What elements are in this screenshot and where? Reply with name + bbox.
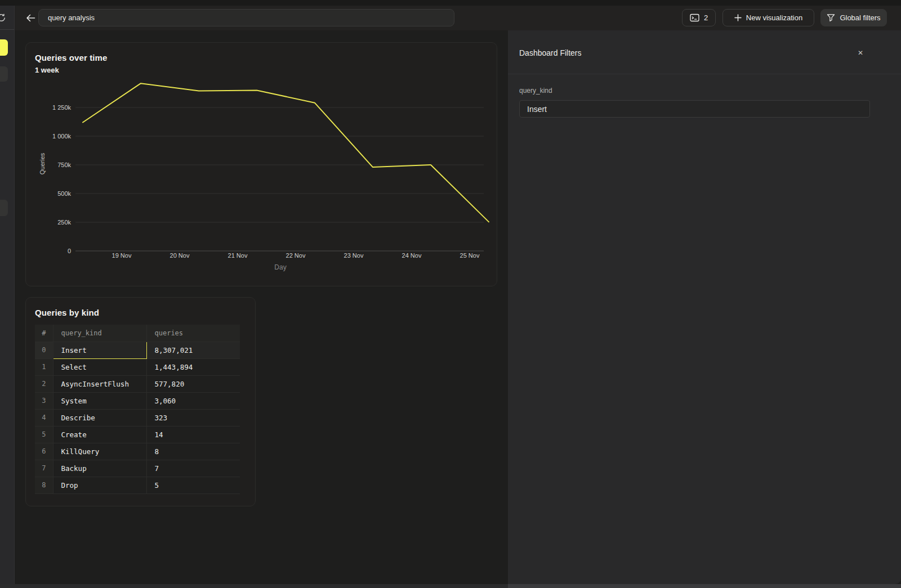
- cell-query-kind[interactable]: AsyncInsertFlush: [53, 375, 146, 392]
- row-index: 2: [35, 375, 53, 392]
- table-row[interactable]: 5Create14: [35, 426, 240, 443]
- cell-queries: 323: [146, 409, 240, 426]
- row-index: 5: [35, 426, 53, 443]
- console-icon: [690, 14, 699, 22]
- x-axis-title: Day: [274, 263, 286, 271]
- y-axis-tick-label: 500k: [57, 190, 71, 197]
- cell-query-kind[interactable]: System: [53, 392, 146, 409]
- cell-query-kind[interactable]: Drop: [53, 477, 146, 493]
- sidebar-item[interactable]: [0, 66, 8, 82]
- chart-card-queries-over-time[interactable]: Queries over time 1 week 0250k500k750k1 …: [25, 42, 497, 286]
- cell-query-kind[interactable]: KillQuery: [53, 443, 146, 460]
- chart-subtitle: 1 week: [35, 66, 59, 74]
- query-kind-filter-input[interactable]: Insert: [519, 100, 870, 118]
- x-axis-tick-label: 20 Nov: [170, 252, 190, 259]
- cell-queries: 14: [146, 426, 240, 443]
- chart-title: Queries over time: [35, 53, 107, 62]
- dashboard-title-value: query analysis: [48, 14, 95, 22]
- cell-query-kind[interactable]: Create: [53, 426, 146, 443]
- window-top-strip: [0, 0, 901, 6]
- dashboard-filters-panel: Dashboard Filters ✕ query_kind Insert: [508, 30, 901, 584]
- line-chart: 0250k500k750k1 000k1 250k19 Nov20 Nov21 …: [26, 77, 497, 286]
- arrow-left-icon: [26, 14, 35, 23]
- y-axis-title: Queries: [39, 152, 46, 174]
- close-icon[interactable]: ✕: [855, 47, 866, 59]
- column-header-index: #: [35, 325, 53, 342]
- y-axis-tick-label: 1 250k: [52, 104, 72, 111]
- row-index: 3: [35, 392, 53, 409]
- back-button[interactable]: [23, 11, 38, 25]
- cell-queries: 5: [146, 477, 240, 493]
- table-row[interactable]: 3System3,060: [35, 392, 240, 409]
- row-index: 8: [35, 477, 53, 493]
- filters-panel-title: Dashboard Filters: [519, 48, 582, 57]
- table-row[interactable]: 4Describe323: [35, 409, 240, 426]
- table-row[interactable]: 1Select1,443,894: [35, 358, 240, 375]
- y-axis-tick-label: 0: [68, 248, 71, 254]
- sidebar-item-active[interactable]: [0, 39, 8, 56]
- table-card-queries-by-kind[interactable]: Queries by kind # query_kind queries 0In…: [25, 297, 256, 506]
- app-window: query analysis 2 New visualization Globa…: [0, 0, 901, 588]
- refresh-icon[interactable]: [0, 13, 6, 25]
- plus-icon: [734, 14, 742, 21]
- query-kind-filter-value: Insert: [527, 105, 547, 114]
- table-row[interactable]: 6KillQuery8: [35, 443, 240, 460]
- x-axis-tick-label: 24 Nov: [402, 252, 422, 259]
- y-axis-tick-label: 250k: [57, 219, 71, 226]
- x-axis-tick-label: 19 Nov: [112, 252, 132, 259]
- y-axis-tick-label: 750k: [57, 161, 71, 168]
- queries-by-kind-table: # query_kind queries 0Insert8,307,0211Se…: [35, 325, 240, 494]
- y-axis-tick-label: 1 000k: [52, 133, 72, 140]
- row-index: 7: [35, 460, 53, 477]
- cell-query-kind[interactable]: Describe: [53, 409, 146, 426]
- cell-queries: 3,060: [146, 392, 240, 409]
- filter-funnel-icon: [827, 14, 835, 22]
- console-tabs-button[interactable]: 2: [682, 9, 716, 26]
- row-index: 0: [35, 342, 53, 358]
- cell-queries: 7: [146, 460, 240, 477]
- left-sidebar-rail: [0, 6, 15, 584]
- table-row[interactable]: 7Backup7: [35, 460, 240, 477]
- global-filters-button[interactable]: Global filters: [820, 9, 887, 26]
- dashboard-title-input[interactable]: query analysis: [38, 9, 454, 26]
- x-axis-tick-label: 22 Nov: [286, 252, 306, 259]
- window-bottom-edge-right: [508, 584, 901, 588]
- topbar: query analysis 2 New visualization Globa…: [15, 6, 901, 30]
- table-row[interactable]: 2AsyncInsertFlush577,820: [35, 375, 240, 392]
- cell-queries: 1,443,894: [146, 358, 240, 375]
- new-visualization-button[interactable]: New visualization: [722, 9, 814, 26]
- x-axis-tick-label: 21 Nov: [228, 252, 248, 259]
- rail-divider: [0, 29, 15, 30]
- table-title: Queries by kind: [35, 308, 99, 317]
- row-index: 4: [35, 409, 53, 426]
- column-header-query-kind: query_kind: [53, 325, 146, 342]
- cell-queries: 577,820: [146, 375, 240, 392]
- console-tab-count: 2: [704, 14, 708, 22]
- table-row[interactable]: 8Drop5: [35, 477, 240, 493]
- x-axis-tick-label: 23 Nov: [344, 252, 364, 259]
- new-visualization-label: New visualization: [746, 14, 802, 22]
- cell-query-kind[interactable]: Select: [53, 358, 146, 375]
- cell-query-kind[interactable]: Insert: [53, 342, 146, 358]
- cell-query-kind[interactable]: Backup: [53, 460, 146, 477]
- global-filters-label: Global filters: [840, 14, 880, 22]
- table-row[interactable]: 0Insert8,307,021: [35, 342, 240, 358]
- filter-field-label: query_kind: [519, 87, 552, 95]
- panel-divider: [508, 74, 901, 74]
- cell-queries: 8: [146, 443, 240, 460]
- x-axis-tick-label: 25 Nov: [460, 252, 480, 259]
- table-header-row: # query_kind queries: [35, 325, 240, 342]
- row-index: 1: [35, 358, 53, 375]
- row-index: 6: [35, 443, 53, 460]
- cell-queries: 8,307,021: [146, 342, 240, 358]
- column-header-queries: queries: [146, 325, 240, 342]
- chart-line-series: [83, 83, 489, 222]
- sidebar-item[interactable]: [0, 200, 8, 216]
